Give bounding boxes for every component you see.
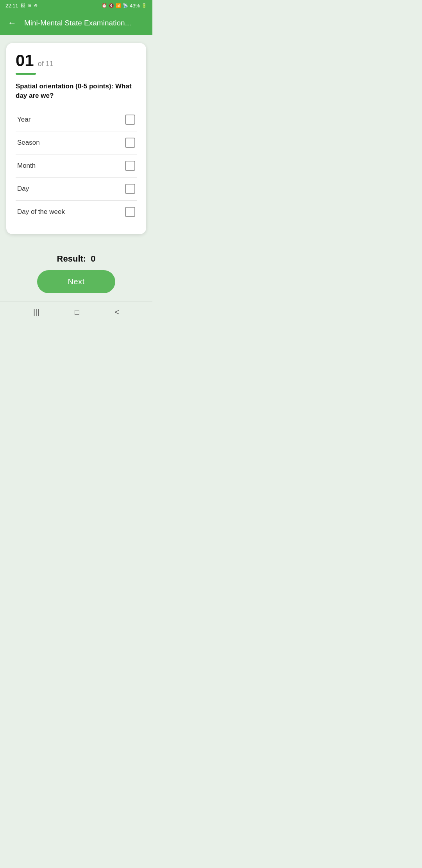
checklist-item-month[interactable]: Month bbox=[16, 154, 137, 178]
checkbox-season[interactable] bbox=[125, 138, 135, 148]
nav-bar: ||| □ < bbox=[0, 301, 152, 323]
checklist-label-day: Day bbox=[17, 185, 29, 193]
time-display: 22:11 bbox=[5, 3, 18, 9]
status-bar-left: 22:11 🖼 🖥 ⊖ bbox=[5, 3, 38, 9]
question-number: 01 bbox=[16, 52, 34, 69]
nav-menu-icon[interactable]: ||| bbox=[33, 308, 39, 317]
battery-display: 43% bbox=[130, 3, 140, 9]
checklist-label-day-of-week: Day of the week bbox=[17, 208, 65, 216]
status-bar-right: ⏰ 🔇 📶 📡 43% 🔋 bbox=[102, 3, 147, 9]
alert-icon: ⊖ bbox=[34, 3, 38, 8]
wifi-icon: 📶 bbox=[116, 3, 121, 8]
next-button[interactable]: Next bbox=[37, 270, 115, 293]
battery-icon: 🔋 bbox=[141, 3, 147, 8]
app-title: Mini-Mental State Examination... bbox=[24, 19, 131, 27]
app-bar: ← Mini-Mental State Examination... bbox=[0, 11, 152, 35]
checklist: Year Season Month Day Day of the week bbox=[16, 108, 137, 223]
bottom-section: Result: 0 Next bbox=[0, 242, 152, 301]
checklist-item-day[interactable]: Day bbox=[16, 178, 137, 201]
checklist-label-month: Month bbox=[17, 162, 36, 170]
checklist-label-year: Year bbox=[17, 116, 30, 124]
alarm-icon: ⏰ bbox=[102, 3, 107, 8]
back-button[interactable]: ← bbox=[8, 18, 16, 28]
mute-icon: 🔇 bbox=[109, 3, 114, 8]
checklist-item-season[interactable]: Season bbox=[16, 131, 137, 154]
progress-bar bbox=[16, 73, 36, 75]
question-card: 01 of 11 Spatial orientation (0-5 points… bbox=[6, 43, 146, 234]
nav-home-icon[interactable]: □ bbox=[75, 308, 79, 317]
nav-back-icon[interactable]: < bbox=[114, 308, 119, 317]
question-text: Spatial orientation (0-5 points): What d… bbox=[16, 82, 137, 100]
question-header: 01 of 11 bbox=[16, 52, 137, 69]
checklist-label-season: Season bbox=[17, 139, 40, 147]
checklist-item-year[interactable]: Year bbox=[16, 108, 137, 131]
result-label: Result: bbox=[57, 254, 86, 264]
status-bar: 22:11 🖼 🖥 ⊖ ⏰ 🔇 📶 📡 43% 🔋 bbox=[0, 0, 152, 11]
result-display: Result: 0 bbox=[57, 254, 96, 264]
checkbox-year[interactable] bbox=[125, 115, 135, 125]
checkbox-day[interactable] bbox=[125, 184, 135, 194]
question-total: of 11 bbox=[38, 60, 54, 68]
image-icon: 🖼 bbox=[21, 3, 25, 8]
screen-icon: 🖥 bbox=[27, 3, 32, 8]
checkbox-day-of-week[interactable] bbox=[125, 207, 135, 217]
checkbox-month[interactable] bbox=[125, 161, 135, 171]
result-value: 0 bbox=[91, 254, 95, 264]
main-content: 01 of 11 Spatial orientation (0-5 points… bbox=[0, 35, 152, 242]
checklist-item-day-of-week[interactable]: Day of the week bbox=[16, 201, 137, 223]
progress-bar-container bbox=[16, 73, 137, 75]
signal-icon: 📡 bbox=[123, 3, 128, 8]
